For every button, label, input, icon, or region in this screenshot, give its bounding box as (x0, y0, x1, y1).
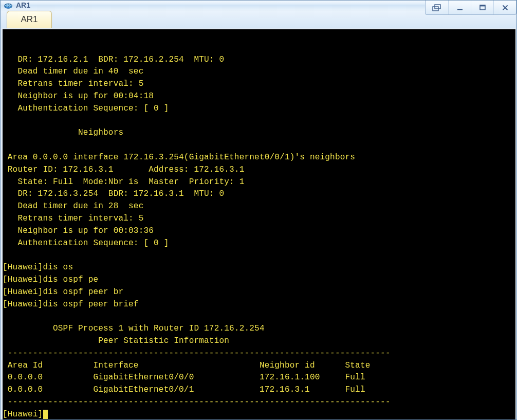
window-title: AR1 (16, 1, 30, 9)
snap-button[interactable] (426, 1, 448, 14)
svg-rect-6 (480, 5, 485, 6)
window-controls (425, 1, 516, 15)
tab-ar1[interactable]: AR1 (7, 11, 52, 28)
terminal-cursor (43, 410, 48, 419)
terminal[interactable]: DR: 172.16.2.1 BDR: 172.16.2.254 MTU: 0 … (3, 29, 515, 420)
terminal-container: DR: 172.16.2.1 BDR: 172.16.2.254 MTU: 0 … (1, 28, 516, 420)
maximize-button[interactable] (471, 1, 493, 14)
close-button[interactable] (493, 1, 516, 14)
svg-rect-4 (457, 9, 463, 10)
tab-label: AR1 (21, 14, 38, 25)
minimize-button[interactable] (448, 1, 471, 14)
terminal-output: DR: 172.16.2.1 BDR: 172.16.2.254 MTU: 0 … (3, 54, 515, 420)
router-icon (4, 1, 13, 10)
title-bar: AR1 (1, 1, 516, 10)
